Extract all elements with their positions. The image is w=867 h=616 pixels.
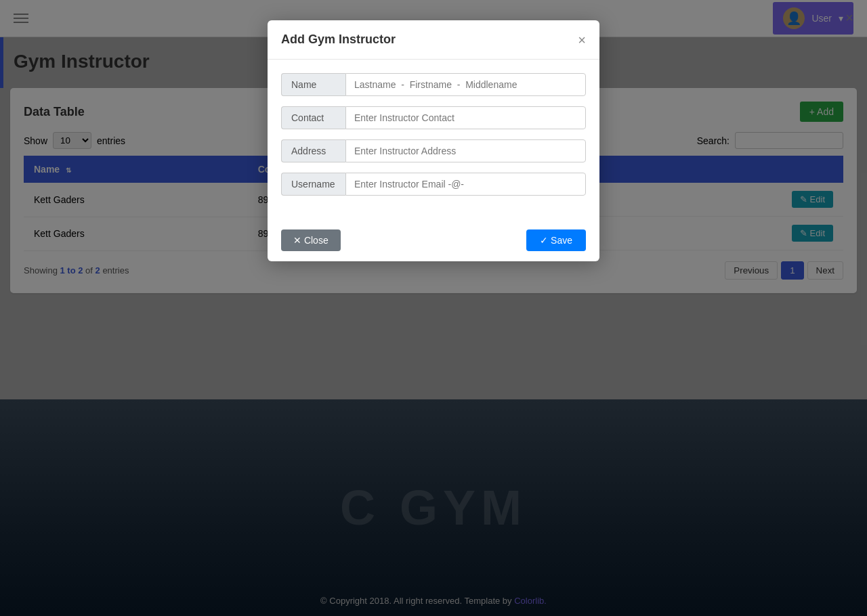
username-label: Username	[281, 173, 345, 196]
modal-header: Add Gym Instructor ×	[268, 20, 599, 60]
modal-close-btn[interactable]: ✕ Close	[281, 229, 341, 251]
username-form-group: Username	[281, 173, 586, 196]
name-input[interactable]	[345, 73, 586, 96]
modal-overlay: Add Gym Instructor × Name Contact Addres…	[0, 0, 867, 616]
modal-close-button[interactable]: ×	[578, 33, 586, 47]
name-label: Name	[281, 73, 345, 96]
address-form-group: Address	[281, 139, 586, 162]
username-input[interactable]	[345, 173, 586, 196]
modal-title: Add Gym Instructor	[281, 32, 396, 47]
add-instructor-modal: Add Gym Instructor × Name Contact Addres…	[268, 20, 599, 261]
contact-label: Contact	[281, 106, 345, 129]
modal-footer: ✕ Close ✓ Save	[268, 219, 599, 261]
contact-input[interactable]	[345, 106, 586, 129]
modal-body: Name Contact Address Username	[268, 60, 599, 219]
name-form-group: Name	[281, 73, 586, 96]
address-input[interactable]	[345, 139, 586, 162]
address-label: Address	[281, 139, 345, 162]
modal-save-btn[interactable]: ✓ Save	[526, 229, 586, 251]
contact-form-group: Contact	[281, 106, 586, 129]
